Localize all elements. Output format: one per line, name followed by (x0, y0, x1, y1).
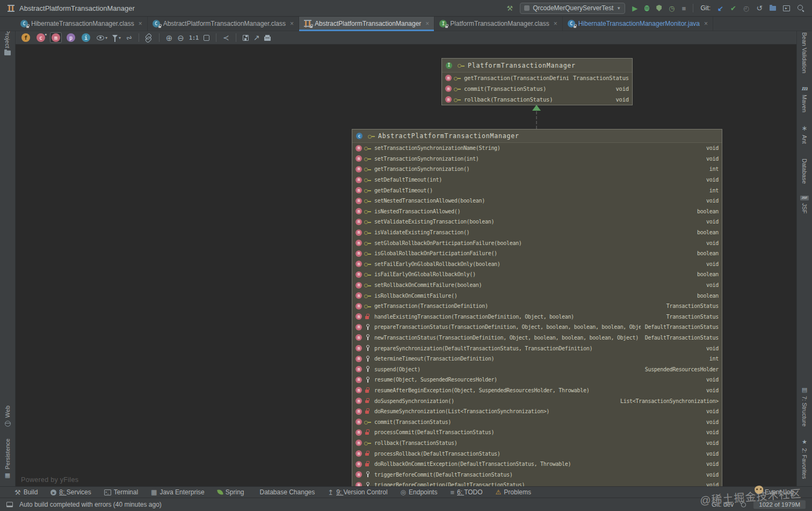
methods-toggle[interactable]: m (50, 32, 62, 43)
method-row[interactable]: determineTimeout(TransactionDefinition) … (352, 354, 722, 364)
memory-indicator[interactable]: 1022 of 1979M (753, 500, 806, 509)
recent-files-folder-icon[interactable] (770, 6, 776, 11)
tab-abstract-platform-transaction-manager-class[interactable]: AbstractPlatformTransactionManager.class… (148, 17, 299, 31)
method-row[interactable]: prepareTransactionStatus(TransactionDefi… (352, 322, 722, 333)
method-row[interactable]: setFailEarlyOnGlobalRollbackOnly(boolean… (352, 259, 722, 270)
tool-button-spring[interactable]: Spring (218, 488, 244, 496)
method-row[interactable]: commit(TransactionStatus) void (442, 83, 632, 94)
tool-button-jsf[interactable]: JSF (800, 196, 809, 214)
dependencies-icon[interactable]: ∿ (124, 33, 134, 42)
method-row[interactable]: setTransactionSynchronizationName(String… (352, 143, 722, 154)
tool-button-database-changes[interactable]: Database Changes (257, 488, 315, 496)
apply-layout-icon[interactable]: ≺ (223, 34, 229, 41)
tool-button-java-enterprise[interactable]: Java Enterprise (151, 488, 205, 496)
method-row[interactable]: triggerBeforeCompletion(DefaultTransacti… (352, 480, 722, 486)
tool-button-database[interactable]: Database (801, 156, 808, 184)
status-message[interactable]: Auto build completed with errors (40 min… (19, 501, 162, 508)
inner-classes-toggle[interactable]: i (80, 32, 92, 43)
method-row[interactable]: getTransactionSynchronization() int (352, 164, 722, 175)
class-header[interactable]: AbstractPlatformTransactionManager (352, 129, 722, 143)
interface-header[interactable]: PlatformTransactionManager (442, 59, 632, 73)
tool-button-endpoints[interactable]: Endpoints (401, 488, 438, 496)
tab-hibernate-transaction-manager-class[interactable]: HibernateTransactionManager.class × (16, 17, 148, 31)
method-row[interactable]: isRollbackOnCommitFailure() boolean (352, 290, 722, 301)
git-branch-label[interactable]: Git: dev (712, 501, 734, 508)
run-with-coverage-icon[interactable] (656, 5, 662, 11)
method-row[interactable]: isGlobalRollbackOnParticipationFailure()… (352, 248, 722, 259)
tool-window-icon[interactable] (783, 5, 790, 11)
tool-button-persistence[interactable]: Persistence (4, 438, 11, 479)
fit-content-icon[interactable] (204, 35, 209, 41)
print-icon[interactable] (264, 37, 271, 41)
method-row[interactable]: getTransaction(TransactionDefinition) Tr… (352, 301, 722, 312)
tab-platform-transaction-manager-class[interactable]: PlatformTransactionManager.class × (434, 17, 562, 31)
method-row[interactable]: triggerBeforeCommit(DefaultTransactionSt… (352, 469, 722, 480)
uml-node-abstract-platform-transaction-manager[interactable]: AbstractPlatformTransactionManager setTr… (352, 129, 722, 486)
properties-toggle[interactable]: p (65, 32, 77, 43)
tool-button-event-log[interactable]: Event Log (765, 488, 794, 496)
build-hammer-icon[interactable]: ⚒ (507, 5, 513, 12)
vcs-commit-check-icon[interactable]: ✔ (730, 5, 736, 12)
tool-button-structure[interactable]: 7: Structure (801, 386, 808, 427)
visibility-level-button[interactable]: ▾ (97, 35, 107, 40)
link-icon[interactable] (144, 33, 154, 42)
tool-button-todo[interactable]: 6TODO (450, 488, 482, 496)
save-diagram-icon[interactable] (243, 35, 249, 41)
tool-button-problems[interactable]: Problems (496, 488, 531, 496)
method-row[interactable]: setValidateExistingTransaction(boolean) … (352, 217, 722, 227)
method-row[interactable]: setNestedTransactionAllowed(boolean) voi… (352, 196, 722, 206)
fields-toggle[interactable]: f (20, 32, 32, 43)
method-row[interactable]: isValidateExistingTransaction() boolean (352, 227, 722, 238)
tool-button-version-control[interactable]: 9Version Control (328, 488, 387, 496)
method-row[interactable]: setTransactionSynchronization(int) void (352, 154, 722, 164)
profiler-icon[interactable]: ◷ (669, 5, 675, 12)
method-row[interactable]: isFailEarlyOnGlobalRollbackOnly() boolea… (352, 269, 722, 280)
method-row[interactable]: setGlobalRollbackOnParticipationFailure(… (352, 237, 722, 248)
method-row[interactable]: doRollbackOnCommitException(DefaultTrans… (352, 459, 722, 470)
method-row[interactable]: suspend(Object) SuspendedResourcesHolder (352, 364, 722, 375)
tab-abstract-platform-transaction-manager-diagram[interactable]: AbstractPlatformTransactionManager × (299, 17, 434, 31)
method-row[interactable]: resume(Object, SuspendedResourcesHolder)… (352, 375, 722, 385)
constructors-toggle[interactable]: c (35, 32, 47, 43)
toggle-tool-windows-icon[interactable] (6, 502, 13, 507)
method-row[interactable]: isNestedTransactionAllowed() boolean (352, 206, 722, 217)
search-everywhere-icon[interactable] (797, 4, 804, 12)
power-plug-icon[interactable] (740, 501, 747, 508)
tool-button-services[interactable]: 8Services (50, 488, 91, 496)
run-icon[interactable]: ▶ (632, 5, 637, 12)
export-icon[interactable]: ↗ (253, 34, 260, 41)
method-row[interactable]: doSuspendSynchronization() List<Transact… (352, 395, 722, 406)
method-row[interactable]: resumeAfterBeginException(Object, Suspen… (352, 385, 722, 396)
close-icon[interactable]: × (139, 20, 142, 27)
close-icon[interactable]: × (425, 20, 429, 27)
method-row[interactable]: handleExistingTransaction(TransactionDef… (352, 312, 722, 322)
method-row[interactable]: doResumeSynchronization(List<Transaction… (352, 406, 722, 417)
method-row[interactable]: processCommit(DefaultTransactionStatus) … (352, 427, 722, 438)
diagram-canvas[interactable]: PlatformTransactionManager getTransactio… (16, 45, 796, 486)
method-row[interactable]: getTransaction(TransactionDefinition) Tr… (442, 73, 632, 83)
close-icon[interactable]: × (290, 20, 294, 27)
tool-button-web[interactable]: Web (4, 406, 11, 426)
close-icon[interactable]: × (704, 20, 708, 27)
method-row[interactable]: setDefaultTimeout(int) void (352, 175, 722, 185)
method-row[interactable]: newTransactionStatus(TransactionDefiniti… (352, 333, 722, 343)
tool-button-terminal[interactable]: Terminal (104, 488, 138, 496)
tool-button-favorites[interactable]: 2: Favorites (801, 438, 808, 479)
scope-filter-button[interactable]: ▾ (112, 35, 121, 40)
close-icon[interactable]: × (554, 20, 557, 27)
tool-button-ant[interactable]: Ant (801, 124, 808, 144)
debug-bug-icon[interactable] (644, 5, 649, 11)
method-row[interactable]: commit(TransactionStatus) void (352, 416, 722, 427)
method-row[interactable]: processRollback(DefaultTransactionStatus… (352, 448, 722, 459)
run-configuration-selector[interactable]: QrcodeMerQueryServerTest ▼ (520, 3, 625, 14)
tab-hibernate-transaction-manager-monitor-java[interactable]: HibernateTransactionManagerMonitor.java … (563, 17, 713, 31)
tool-button-maven[interactable]: Maven (801, 85, 808, 112)
zoom-out-icon[interactable]: ⊖ (177, 34, 184, 42)
zoom-in-icon[interactable]: ⊕ (166, 34, 173, 42)
vcs-update-icon[interactable]: ↙ (717, 5, 723, 12)
method-row[interactable]: setRollbackOnCommitFailure(boolean) void (352, 280, 722, 291)
tool-button-build[interactable]: Build (15, 488, 38, 496)
method-row[interactable]: prepareSynchronization(DefaultTransactio… (352, 343, 722, 354)
method-row[interactable]: rollback(TransactionStatus) void (442, 94, 632, 105)
uml-node-platform-transaction-manager[interactable]: PlatformTransactionManager getTransactio… (441, 58, 633, 105)
